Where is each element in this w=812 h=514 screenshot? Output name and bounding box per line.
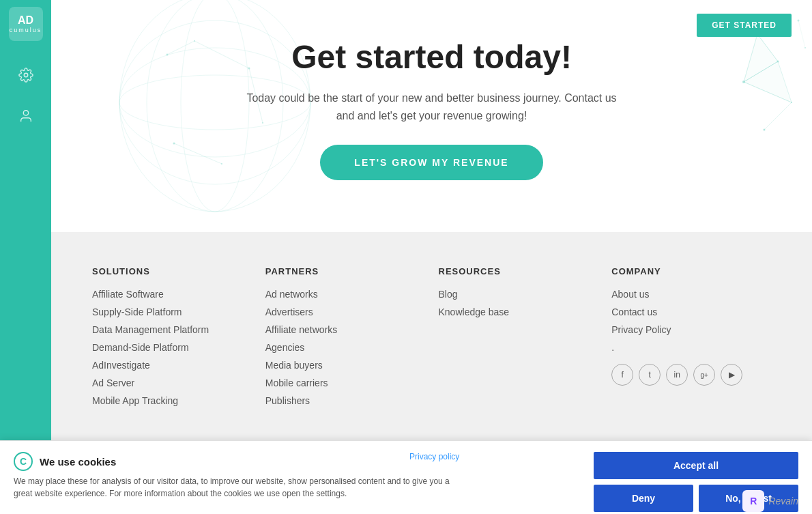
footer-link-adserver[interactable]: Ad Server: [92, 377, 252, 388]
footer-link-privacy-policy[interactable]: Privacy Policy: [611, 324, 771, 335]
footer: SOLUTIONS Affiliate Software Supply-Side…: [51, 232, 812, 440]
footer-link-media-buyers[interactable]: Media buyers: [265, 360, 425, 371]
footer-link-advertisers[interactable]: Advertisers: [265, 306, 425, 317]
cookie-left: C We use cookies We may place these for …: [14, 452, 573, 500]
logo[interactable]: AD cumulus: [9, 7, 43, 41]
svg-line-14: [167, 41, 194, 55]
footer-partners-col: PARTNERS Ad networks Advertisers Affilia…: [265, 266, 425, 413]
footer-link-ssp[interactable]: Supply-Side Platform: [92, 306, 252, 317]
footer-resources-col: RESOURCES Blog Knowledge base: [439, 266, 598, 413]
cookie-title: We use cookies: [40, 456, 116, 468]
footer-link-adinvestigate[interactable]: AdInvestigate: [92, 360, 252, 371]
svg-line-26: [764, 102, 792, 130]
solutions-title: SOLUTIONS: [92, 266, 252, 276]
linkedin-icon[interactable]: in: [666, 364, 688, 386]
cookie-logo-icon: C: [14, 452, 33, 471]
cookie-privacy-link[interactable]: Privacy policy: [409, 452, 459, 461]
svg-point-1: [23, 111, 28, 115]
footer-link-dsp[interactable]: Demand-Side Platform: [92, 342, 252, 353]
svg-point-4: [181, 0, 249, 212]
footer-link-affiliate-networks[interactable]: Affiliate networks: [265, 324, 425, 335]
cookie-logo-area: C We use cookies: [14, 452, 573, 471]
footer-link-agencies[interactable]: Agencies: [265, 342, 425, 353]
footer-dot: .: [611, 342, 771, 353]
get-started-top-button[interactable]: GET STARTED: [697, 14, 792, 37]
cookie-banner: C We use cookies We may place these for …: [0, 440, 812, 514]
revain-icon: R: [742, 490, 764, 512]
footer-link-contact-us[interactable]: Contact us: [611, 306, 771, 317]
facebook-icon[interactable]: f: [611, 364, 633, 386]
accept-all-button[interactable]: Accept all: [594, 452, 798, 479]
footer-link-ad-networks[interactable]: Ad networks: [265, 289, 425, 300]
deny-button[interactable]: Deny: [594, 485, 693, 512]
cookie-text: We may place these for analysis of our v…: [14, 475, 457, 500]
logo-sub-text: cumulus: [10, 27, 42, 33]
social-icons: f t in g+ ▶: [611, 364, 771, 386]
user-icon[interactable]: [14, 104, 38, 128]
partners-title: PARTNERS: [265, 266, 425, 276]
footer-link-affiliate-software[interactable]: Affiliate Software: [92, 289, 252, 300]
svg-line-15: [194, 41, 249, 68]
logo-ad-text: AD: [18, 14, 33, 27]
footer-link-blog[interactable]: Blog: [439, 289, 598, 300]
revain-area: R Revain: [742, 490, 798, 512]
settings-icon[interactable]: [14, 63, 38, 87]
footer-link-publishers[interactable]: Publishers: [265, 395, 425, 406]
svg-line-33: [798, 20, 805, 48]
twitter-icon[interactable]: t: [639, 364, 661, 386]
footer-grid: SOLUTIONS Affiliate Software Supply-Side…: [92, 266, 771, 413]
footer-solutions-col: SOLUTIONS Affiliate Software Supply-Side…: [92, 266, 252, 413]
company-title: COMPANY: [611, 266, 771, 276]
footer-link-mobile-app-tracking[interactable]: Mobile App Tracking: [92, 395, 252, 406]
hero-cta-button[interactable]: LET'S GROW MY REVENUE: [320, 145, 542, 180]
footer-company-col: COMPANY About us Contact us Privacy Poli…: [611, 266, 771, 413]
resources-title: RESOURCES: [439, 266, 598, 276]
revain-text: Revain: [768, 496, 798, 506]
hero-subtitle: Today could be the start of your new and…: [241, 89, 623, 124]
youtube-icon[interactable]: ▶: [721, 364, 742, 386]
sidebar: AD cumulus: [0, 0, 51, 514]
footer-link-about-us[interactable]: About us: [611, 289, 771, 300]
googleplus-icon[interactable]: g+: [693, 364, 715, 386]
main-content: GET STARTED Get started today! Today cou…: [51, 0, 812, 440]
hero-section: GET STARTED Get started today! Today cou…: [51, 0, 812, 232]
footer-link-dmp[interactable]: Data Management Platform: [92, 324, 252, 335]
svg-point-0: [24, 73, 28, 77]
footer-link-knowledge-base[interactable]: Knowledge base: [439, 306, 598, 317]
footer-link-mobile-carriers[interactable]: Mobile carriers: [265, 377, 425, 388]
hero-title: Get started today!: [291, 38, 572, 76]
